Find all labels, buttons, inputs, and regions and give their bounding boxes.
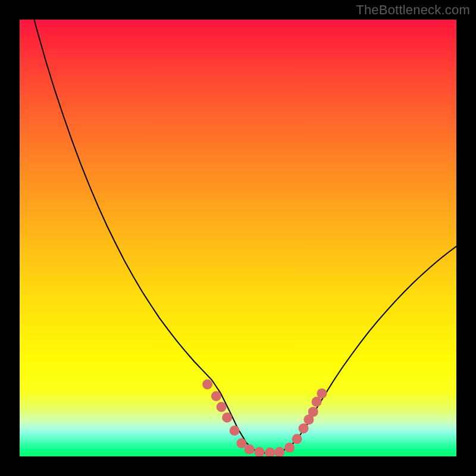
chart-frame: TheBottleneck.com bbox=[0, 0, 476, 476]
highlight-marker bbox=[284, 443, 295, 453]
highlight-marker bbox=[274, 447, 284, 456]
highlight-marker bbox=[230, 425, 240, 436]
watermark-label: TheBottleneck.com bbox=[356, 2, 470, 18]
highlight-marker bbox=[265, 447, 275, 456]
bottleneck-curve bbox=[20, 20, 456, 456]
highlight-marker bbox=[202, 379, 212, 389]
curve-path bbox=[20, 20, 456, 453]
highlight-marker bbox=[317, 389, 327, 399]
highlight-marker bbox=[222, 412, 232, 422]
highlight-marker bbox=[292, 434, 302, 444]
highlight-marker bbox=[245, 444, 255, 455]
highlight-marker bbox=[217, 402, 227, 412]
highlight-marker bbox=[254, 447, 264, 456]
highlight-marker bbox=[308, 407, 318, 417]
plot-area bbox=[20, 20, 456, 456]
highlight-marker bbox=[299, 424, 309, 434]
highlight-marker bbox=[211, 391, 221, 401]
